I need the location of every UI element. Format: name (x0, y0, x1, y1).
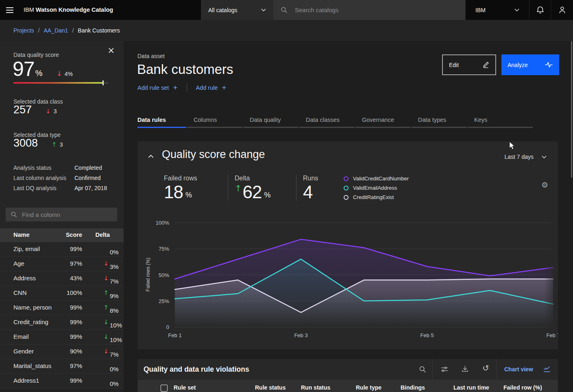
column-score-row[interactable]: Name, person99%↑8% (0, 301, 124, 315)
vertical-scrollbar[interactable] (571, 41, 572, 178)
data-class-delta: 3 (54, 108, 57, 115)
download-icon[interactable] (462, 366, 468, 373)
column-header: Bindings (401, 384, 425, 391)
column-score-row (0, 388, 124, 392)
chart-view-toggle[interactable]: Chart view (504, 366, 533, 373)
profile-button[interactable] (551, 0, 573, 20)
breadcrumb-separator: / (38, 27, 40, 34)
column-score-row[interactable]: Marital_status97%0% (0, 359, 124, 374)
y-tick-label: 25% (159, 298, 169, 304)
find-column-search (6, 208, 117, 221)
analyze-button[interactable]: Analyze (501, 54, 559, 75)
analysis-meta-row: Last column analysisConfirmed (13, 173, 111, 183)
tab-governance[interactable]: Governance (355, 113, 411, 128)
column-delta: ↓7% (81, 348, 110, 355)
column-name: Marital_status (13, 362, 51, 369)
tab-data-rules[interactable]: Data rules (137, 113, 186, 128)
delta-value: 8% (110, 307, 119, 314)
trend-arrow-icon: ↓ (103, 275, 109, 282)
close-icon[interactable]: × (105, 46, 117, 55)
settings-adjust-icon[interactable] (441, 366, 448, 373)
violations-table-header: Rule setRule statusRun statusRule typeBi… (137, 380, 558, 392)
area-CreditRatingExist (175, 279, 553, 327)
tab-label: Data quality (250, 117, 281, 123)
breadcrumb-item[interactable]: Projects (13, 27, 34, 34)
column-score-row[interactable]: Address199%0% (0, 374, 124, 388)
score-bar-remainder (104, 82, 108, 84)
catalog-selector[interactable]: All catalogs (201, 0, 273, 20)
meta-label: Last column analysis (13, 175, 74, 181)
trend-down-icon: ↓ (56, 69, 62, 78)
violations-panel: Quality and data rule violations ↺ Chart… (137, 359, 558, 392)
breadcrumb: Projects/AA_Dan1/Bank Customers (0, 20, 573, 41)
menu-button[interactable] (0, 0, 20, 20)
column-header: Rule status (255, 384, 285, 391)
breadcrumb-item[interactable]: AA_Dan1 (44, 27, 68, 34)
column-score-row[interactable]: Age97%↓3% (0, 257, 124, 271)
column-score: 99% (49, 377, 82, 384)
tab-label: Data types (418, 117, 446, 123)
data-class-value: 257 ↓ 3 (13, 104, 57, 116)
tab-data-classes[interactable]: Data classes (299, 113, 355, 128)
search-icon[interactable] (419, 366, 426, 373)
account-selector[interactable]: IBM (465, 0, 529, 20)
tab-data-quality[interactable]: Data quality (243, 113, 298, 128)
search-catalogs-input[interactable] (294, 6, 450, 14)
column-score: 99% (49, 304, 82, 311)
breadcrumb-item: Bank Customers (78, 27, 120, 34)
tab-keys[interactable]: Keys (468, 113, 533, 128)
y-tick-label: 100% (156, 220, 170, 226)
tab-bar: Data rulesColumnsData qualityData classe… (137, 113, 533, 128)
edit-button[interactable]: Edit (442, 54, 496, 75)
header-search (273, 0, 465, 20)
trend-arrow-icon: ↓ (103, 333, 109, 340)
quality-score-change-panel: Quality score change Last 7 days Failed … (137, 141, 558, 349)
x-tick-label: Feb 3 (294, 332, 307, 338)
tab-label: Governance (362, 117, 394, 123)
tab-columns[interactable]: Columns (187, 113, 242, 128)
breadcrumb-separator: / (72, 27, 74, 34)
reset-icon[interactable]: ↺ (482, 364, 489, 372)
app-root: IBMWatson Knowledge Catalog All catalogs… (0, 0, 573, 392)
add-rule-link[interactable]: Add rule + (196, 83, 227, 92)
delta-value: 7% (110, 278, 119, 285)
tab-label: Columns (194, 117, 217, 123)
chevron-down-icon (514, 9, 519, 11)
column-score: 90% (49, 348, 82, 355)
trend-arrow-icon: ↑ (103, 304, 109, 311)
tab-label: Keys (474, 117, 487, 123)
select-all-checkbox[interactable] (161, 385, 168, 392)
plus-icon: + (173, 83, 177, 92)
column-score-row[interactable]: Credit_rating99%↓10% (0, 315, 124, 330)
column-score-row[interactable]: Email99%↓10% (0, 330, 124, 344)
x-tick-label: Feb 7 (546, 332, 558, 338)
y-axis-label: Failed rows (%) (145, 258, 151, 291)
chevron-down-icon (261, 9, 266, 11)
notifications-button[interactable] (529, 0, 551, 20)
column-delta: ↓7% (81, 275, 110, 282)
column-score-row[interactable]: CNN100%↑9% (0, 286, 124, 301)
column-score-row[interactable]: Gender90%↓7% (0, 344, 124, 359)
score-bar-gradient (13, 82, 102, 84)
column-header: Rule type (356, 384, 381, 391)
catalog-selector-label: All catalogs (208, 7, 237, 13)
find-column-input[interactable] (21, 211, 112, 219)
column-header: Rule set (174, 384, 196, 391)
column-name: Age (13, 260, 24, 267)
search-icon (11, 211, 17, 218)
column-score-row[interactable]: Address43%↓7% (0, 271, 124, 286)
column-name: CNN (13, 289, 27, 296)
rule-actions: Add rule set + Add rule + (137, 83, 227, 92)
plus-icon: + (222, 83, 227, 92)
column-score-row[interactable]: Zip, email99%0% (0, 242, 124, 257)
add-rule-set-link[interactable]: Add rule set + (137, 83, 178, 92)
data-class-number: 257 (13, 104, 32, 116)
divider (432, 359, 433, 380)
add-rule-label: Add rule (196, 84, 218, 91)
tab-data-types[interactable]: Data types (412, 113, 467, 128)
delta-value: 10% (110, 322, 122, 329)
x-tick-label: Feb 5 (420, 332, 434, 338)
chart-line-icon[interactable] (543, 366, 551, 373)
trend-up-icon: ↑ (52, 141, 57, 148)
column-name: Address1 (13, 377, 39, 384)
